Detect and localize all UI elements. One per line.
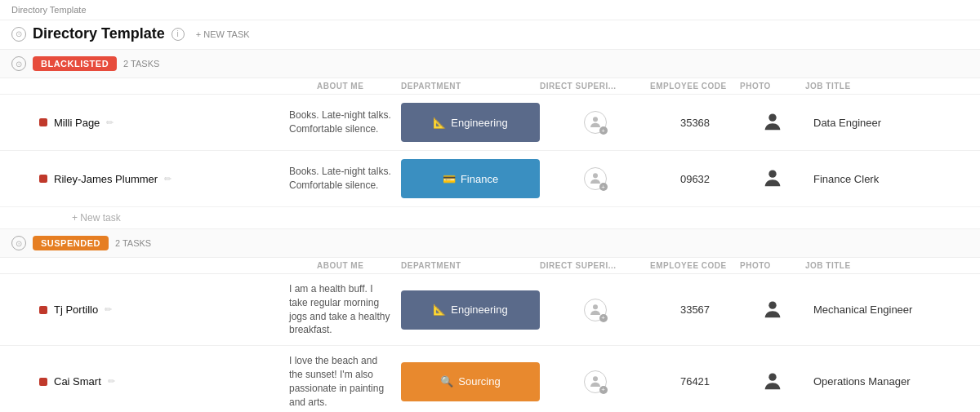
svg-point-6: [593, 376, 598, 381]
dept-icon: 💳: [443, 173, 456, 185]
col-header-2: DIRECT SUPERI...: [540, 261, 650, 270]
dept-cell[interactable]: 💳 Finance: [401, 159, 540, 198]
photo-cell: [740, 111, 805, 134]
page-title: Directory Template: [33, 25, 165, 42]
about-cell: Books. Late-night talks. Comfortable sil…: [289, 165, 401, 193]
svg-point-4: [593, 304, 598, 309]
about-cell: I am a health buff. I take regular morni…: [289, 282, 401, 337]
col-name: [39, 261, 317, 270]
add-new-task-row[interactable]: + New task: [0, 207, 980, 229]
dept-cell[interactable]: 📐 Engineering: [401, 290, 540, 330]
row-bullet: [39, 118, 47, 126]
section-collapse-suspended[interactable]: ⊙: [11, 236, 26, 250]
svg-point-5: [768, 301, 776, 308]
col-header-5: JOB TITLE: [805, 261, 969, 270]
new-task-button[interactable]: + NEW TASK: [191, 27, 255, 42]
job-title: Operations Manager: [805, 375, 969, 388]
edit-icon[interactable]: ✏: [105, 304, 112, 315]
supervisor-cell[interactable]: +: [540, 111, 650, 134]
about-cell: Books. Late-night talks. Comfortable sil…: [289, 109, 401, 136]
about-cell: I love the beach and the sunset! I'm als…: [289, 354, 401, 409]
employee-code: 35368: [650, 117, 740, 129]
supervisor-cell[interactable]: +: [540, 370, 650, 393]
supervisor-avatar[interactable]: +: [584, 370, 607, 393]
dept-label: Finance: [461, 173, 498, 185]
photo-cell: [740, 299, 805, 321]
svg-point-2: [593, 173, 598, 178]
table-row: Cai Smart ✏ I love the beach and the sun…: [0, 346, 980, 412]
col-header-0: ABOUT ME: [317, 82, 401, 91]
dept-icon: 📐: [433, 303, 446, 316]
job-title: Data Engineer: [805, 117, 969, 129]
name-cell: Riley-James Plummer ✏: [11, 173, 289, 185]
table-row: Milli Page ✏ Books. Late-night talks. Co…: [0, 95, 980, 151]
info-icon[interactable]: i: [172, 28, 185, 41]
col-header-5: JOB TITLE: [805, 82, 969, 91]
svg-point-7: [768, 373, 776, 380]
dept-cell[interactable]: 🔍 Sourcing: [401, 362, 540, 401]
row-bullet: [39, 175, 47, 183]
dept-icon: 🔍: [440, 375, 453, 388]
status-badge-blacklisted: BLACKLISTED: [33, 56, 117, 71]
name-cell: Cai Smart ✏: [11, 375, 289, 388]
dept-label: Engineering: [451, 117, 507, 129]
col-header-1: DEPARTMENT: [401, 82, 540, 91]
dept-cell[interactable]: 📐 Engineering: [401, 103, 540, 142]
name-cell: Tj Portillo ✏: [11, 303, 289, 316]
employee-name: Riley-James Plummer: [54, 173, 158, 185]
photo-cell: [740, 167, 805, 190]
col-headers-blacklisted: ABOUT MEDEPARTMENTDIRECT SUPERI...EMPLOY…: [0, 78, 980, 95]
add-supervisor-icon[interactable]: +: [599, 183, 608, 191]
svg-point-1: [768, 114, 776, 122]
col-header-3: EMPLOYEE CODE: [650, 82, 740, 91]
status-badge-suspended: SUSPENDED: [33, 236, 109, 250]
photo-cell: [740, 370, 805, 393]
section-suspended: ⊙ SUSPENDED 2 TASKS ABOUT MEDEPARTMENTDI…: [0, 229, 980, 412]
task-count-suspended: 2 TASKS: [115, 238, 151, 248]
supervisor-cell[interactable]: +: [540, 167, 650, 190]
breadcrumb: Directory Template: [0, 0, 980, 20]
svg-point-0: [593, 117, 598, 122]
supervisor-avatar[interactable]: +: [584, 299, 607, 321]
edit-icon[interactable]: ✏: [164, 174, 172, 184]
employee-name: Milli Page: [54, 117, 100, 129]
add-supervisor-icon[interactable]: +: [599, 314, 608, 322]
section-header-suspended: ⊙ SUSPENDED 2 TASKS: [0, 229, 980, 258]
col-header-1: DEPARTMENT: [401, 261, 540, 270]
collapse-icon[interactable]: ⊙: [11, 27, 26, 42]
col-header-4: PHOTO: [740, 261, 805, 270]
edit-icon[interactable]: ✏: [108, 376, 115, 387]
table-row: Tj Portillo ✏ I am a health buff. I take…: [0, 274, 980, 346]
page-header: ⊙ Directory Template i + NEW TASK: [0, 20, 980, 50]
employee-name: Cai Smart: [54, 375, 101, 388]
row-bullet: [39, 306, 47, 314]
table-row: Riley-James Plummer ✏ Books. Late-night …: [0, 151, 980, 207]
employee-code: 09632: [650, 173, 740, 185]
dept-label: Sourcing: [458, 375, 500, 388]
job-title: Mechanical Engineer: [805, 303, 969, 316]
supervisor-cell[interactable]: +: [540, 299, 650, 321]
col-headers-suspended: ABOUT MEDEPARTMENTDIRECT SUPERI...EMPLOY…: [0, 258, 980, 274]
add-supervisor-icon[interactable]: +: [599, 386, 608, 394]
section-blacklisted: ⊙ BLACKLISTED 2 TASKS ABOUT MEDEPARTMENT…: [0, 50, 980, 229]
col-name: [39, 82, 317, 91]
job-title: Finance Clerk: [805, 173, 969, 185]
dept-label: Engineering: [451, 303, 507, 316]
name-cell: Milli Page ✏: [11, 117, 289, 129]
section-collapse-blacklisted[interactable]: ⊙: [11, 56, 26, 71]
svg-point-3: [768, 171, 776, 178]
employee-code: 76421: [650, 375, 740, 388]
supervisor-avatar[interactable]: +: [584, 111, 607, 134]
add-supervisor-icon[interactable]: +: [599, 126, 608, 135]
supervisor-avatar[interactable]: +: [584, 167, 607, 190]
dept-icon: 📐: [433, 117, 446, 129]
employee-name: Tj Portillo: [54, 303, 98, 316]
row-bullet: [39, 378, 47, 386]
col-header-4: PHOTO: [740, 82, 805, 91]
edit-icon[interactable]: ✏: [106, 117, 114, 128]
col-header-3: EMPLOYEE CODE: [650, 261, 740, 270]
task-count-blacklisted: 2 TASKS: [123, 59, 159, 69]
employee-code: 33567: [650, 303, 740, 316]
section-header-blacklisted: ⊙ BLACKLISTED 2 TASKS: [0, 50, 980, 78]
col-header-0: ABOUT ME: [317, 261, 401, 270]
